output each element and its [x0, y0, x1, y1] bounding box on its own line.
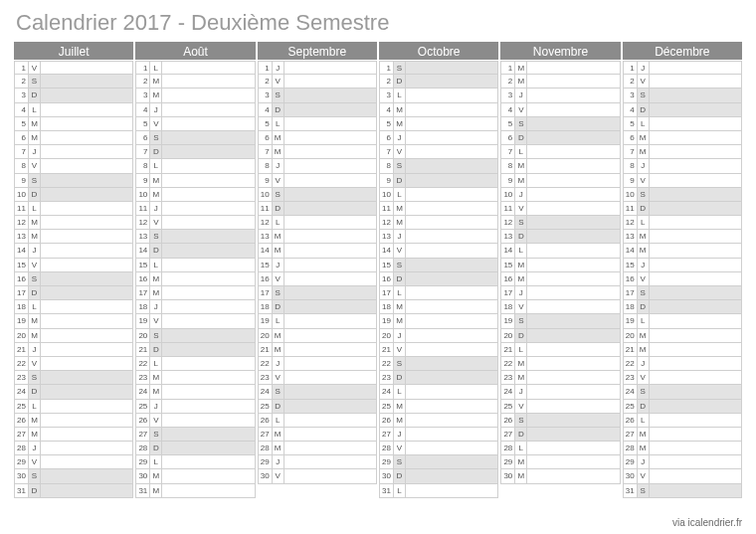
day-cell: [162, 188, 254, 201]
day-letter: V: [394, 145, 406, 158]
day-cell: [162, 216, 254, 229]
day-cell: [650, 357, 741, 370]
day-number: 5: [624, 117, 638, 130]
day-letter: M: [29, 329, 41, 342]
day-letter: V: [515, 103, 527, 116]
day-cell: [41, 455, 132, 468]
day-number: 8: [624, 159, 638, 172]
day-letter: M: [394, 103, 406, 116]
day-letter: M: [273, 244, 284, 257]
day-number: 9: [15, 174, 29, 187]
day-letter: M: [150, 89, 162, 101]
day-row: 4D: [258, 103, 377, 117]
day-cell: [650, 145, 741, 158]
day-letter: D: [394, 174, 406, 187]
day-letter: D: [29, 188, 41, 201]
day-number: 25: [136, 400, 150, 413]
day-letter: M: [273, 230, 284, 243]
day-number: 17: [136, 286, 150, 299]
day-row: 3M: [135, 89, 255, 102]
day-row: 18D: [623, 300, 742, 314]
day-cell: [650, 272, 741, 285]
day-letter: L: [638, 117, 650, 130]
day-cell: [284, 159, 376, 172]
day-row: 30V: [258, 469, 377, 483]
day-row: 29J: [258, 455, 377, 469]
day-row: 2S: [14, 75, 133, 89]
day-cell: [284, 202, 376, 215]
day-cell: [41, 300, 132, 313]
day-cell: [527, 442, 619, 454]
day-cell: [650, 455, 741, 468]
day-row: 5V: [135, 117, 255, 131]
day-number: 1: [380, 62, 394, 74]
day-letter: V: [29, 62, 41, 74]
day-letter: V: [394, 244, 406, 257]
day-number: 3: [15, 89, 29, 101]
day-row: 1M: [500, 61, 620, 75]
day-row: 10S: [623, 188, 742, 202]
day-row: 21V: [379, 343, 498, 357]
day-letter: V: [394, 442, 406, 454]
day-letter: J: [150, 400, 162, 413]
day-number: 31: [136, 484, 150, 497]
day-number: 31: [15, 484, 29, 497]
day-letter: D: [273, 202, 284, 215]
day-letter: S: [29, 371, 41, 384]
day-letter: D: [29, 385, 41, 398]
day-row: 13S: [135, 230, 255, 244]
day-number: 21: [624, 343, 638, 356]
day-cell: [162, 300, 254, 313]
day-cell: [527, 216, 619, 229]
day-letter: J: [638, 259, 650, 271]
day-number: 5: [380, 117, 394, 130]
day-number: 25: [380, 400, 394, 413]
day-row: 17D: [14, 286, 133, 300]
day-row: 18D: [258, 300, 377, 314]
day-letter: L: [29, 400, 41, 413]
day-number: 17: [624, 286, 638, 299]
day-letter: V: [150, 216, 162, 229]
day-row: 31D: [14, 484, 133, 498]
day-number: 16: [624, 272, 638, 285]
day-cell: [162, 75, 254, 88]
day-number: 4: [15, 103, 29, 116]
day-row: 4V: [500, 103, 620, 117]
day-number: 15: [15, 259, 29, 271]
day-number: 18: [501, 300, 515, 313]
day-letter: M: [638, 442, 650, 454]
day-row: 25M: [379, 400, 498, 414]
day-cell: [162, 400, 254, 413]
day-letter: L: [394, 385, 406, 398]
day-cell: [406, 272, 497, 285]
day-letter: L: [150, 159, 162, 172]
day-row: 23M: [500, 371, 620, 385]
day-number: 10: [15, 188, 29, 201]
day-row: 11D: [258, 202, 377, 216]
day-row: 16M: [500, 272, 620, 286]
day-number: 23: [15, 371, 29, 384]
day-letter: D: [394, 469, 406, 482]
day-number: 8: [501, 159, 515, 172]
day-row: 18M: [379, 300, 498, 314]
day-number: 5: [259, 117, 273, 130]
day-letter: J: [394, 131, 406, 144]
day-row: 14J: [14, 244, 133, 258]
day-letter: S: [150, 131, 162, 144]
day-number: 9: [501, 174, 515, 187]
day-row: 26L: [623, 414, 742, 428]
day-number: 27: [380, 428, 394, 441]
day-row: 7D: [135, 145, 255, 159]
day-row: 27D: [500, 428, 620, 442]
day-row: 16S: [14, 272, 133, 286]
day-row: 9V: [258, 174, 377, 188]
day-number: 18: [624, 300, 638, 313]
day-letter: M: [150, 174, 162, 187]
day-number: 20: [624, 329, 638, 342]
day-number: 28: [624, 442, 638, 454]
month-header: Décembre: [623, 42, 742, 60]
day-number: 6: [15, 131, 29, 144]
day-letter: D: [29, 286, 41, 299]
day-letter: M: [150, 188, 162, 201]
day-number: 18: [259, 300, 273, 313]
